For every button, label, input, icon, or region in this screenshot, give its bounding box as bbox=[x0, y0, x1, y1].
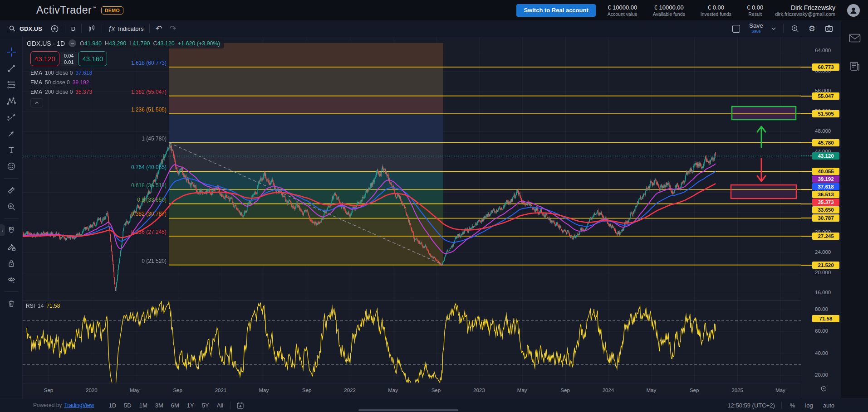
fib-price-badge: 33.650 bbox=[812, 206, 839, 213]
fib-price-badge: 51.505 bbox=[812, 110, 839, 117]
indicator-legend-row[interactable]: EMA200 close 035.373 bbox=[30, 89, 224, 95]
range-3m-button[interactable]: 3M bbox=[152, 401, 166, 410]
avatar[interactable] bbox=[847, 4, 860, 17]
price-tick-label: 20.000 bbox=[815, 270, 831, 276]
tradingview-link[interactable]: TradingView bbox=[64, 402, 94, 408]
range-6m-button[interactable]: 6M bbox=[168, 401, 182, 410]
indicator-legend-row[interactable]: EMA50 close 039.192 bbox=[30, 79, 224, 86]
tool-magnet-icon[interactable] bbox=[4, 223, 19, 238]
buy-button[interactable]: 43.160 bbox=[78, 51, 107, 66]
chart-area: GDX.US · 1D – O41.940 H43.290 L41.790 C4… bbox=[23, 37, 801, 398]
tool-ruler-icon[interactable] bbox=[4, 183, 19, 198]
clock[interactable]: 12:50:59 (UTC+2) bbox=[727, 402, 775, 409]
save-menu-chevron-icon[interactable] bbox=[768, 25, 780, 32]
news-icon[interactable] bbox=[849, 61, 860, 71]
legend-symbol-title[interactable]: GDX.US · 1D bbox=[27, 40, 65, 47]
undo-icon[interactable]: ↶ bbox=[152, 24, 166, 34]
change-value: +1.620 (+3.90%) bbox=[178, 40, 220, 47]
go-to-date-icon[interactable] bbox=[230, 402, 244, 409]
chart-toolbar: GDX.US D ƒx Indicators ↶ ↷ Save Save bbox=[0, 20, 868, 37]
collapse-indicators-icon[interactable] bbox=[30, 98, 43, 107]
horizontal-scrollbar[interactable] bbox=[358, 409, 458, 411]
time-tick-label: May bbox=[775, 388, 785, 393]
account-stat-3: € 0.00Result bbox=[747, 4, 763, 17]
switch-to-real-account-button[interactable]: Switch to Real account bbox=[516, 4, 595, 17]
range-1m-button[interactable]: 1M bbox=[137, 401, 150, 410]
time-tick-label: 2022 bbox=[344, 388, 356, 393]
rsi-legend: RSI 14 71.58 bbox=[26, 303, 60, 309]
current-price-badge: 43.120 bbox=[812, 152, 839, 160]
stat-label: Invested funds bbox=[701, 11, 731, 17]
tool-hide-all-icon[interactable] bbox=[4, 272, 19, 287]
chart-style-icon[interactable] bbox=[83, 22, 100, 35]
tool-drawing-lock-icon[interactable] bbox=[4, 239, 19, 255]
tool-text-tool-icon[interactable] bbox=[4, 142, 19, 158]
scale-auto-button[interactable]: auto bbox=[821, 401, 836, 410]
quick-search-icon[interactable] bbox=[787, 24, 803, 33]
time-tick-label: 2021 bbox=[215, 388, 227, 393]
top-bar-right: Switch to Real account € 10000.00Account… bbox=[516, 4, 868, 17]
range-1d-button[interactable]: 1D bbox=[106, 401, 119, 410]
fib-price-badge: 30.787 bbox=[812, 214, 839, 222]
tool-emoji-icon[interactable] bbox=[4, 159, 19, 174]
range-1y-button[interactable]: 1Y bbox=[184, 401, 197, 410]
indicators-button[interactable]: ƒx Indicators bbox=[104, 22, 147, 35]
fib-level-label[interactable]: 0.236 (27.245) bbox=[94, 229, 167, 235]
toolbar-separator bbox=[4, 178, 19, 179]
time-tick-label: Sep bbox=[560, 388, 569, 393]
time-axis[interactable]: Sep2020MaySep2021MaySep2022MaySep2023May… bbox=[23, 383, 801, 398]
rsi-value-badge: 71.58 bbox=[812, 315, 839, 322]
layout-square-icon[interactable] bbox=[732, 25, 740, 33]
save-button[interactable]: Save Save bbox=[746, 23, 766, 34]
scale-percent-button[interactable]: % bbox=[788, 401, 797, 410]
tool-zoom-in-icon[interactable] bbox=[4, 199, 19, 214]
range-5y-button[interactable]: 5Y bbox=[199, 401, 212, 410]
collapse-legend-icon[interactable]: – bbox=[69, 39, 76, 47]
drawing-toolbar bbox=[0, 37, 23, 398]
indicator-legend-rows: EMA100 close 037.618EMA50 close 039.192E… bbox=[26, 70, 224, 95]
camera-snapshot-icon[interactable] bbox=[821, 24, 837, 33]
range-all-button[interactable]: All bbox=[214, 401, 226, 410]
stat-label: Available funds bbox=[653, 11, 685, 17]
compare-add-icon[interactable] bbox=[46, 22, 63, 35]
tool-fib-lines-icon[interactable] bbox=[4, 77, 19, 92]
fib-level-label[interactable]: 1 (45.780) bbox=[94, 136, 167, 142]
scale-log-button[interactable]: log bbox=[803, 401, 814, 410]
account-stat-0: € 10000.00Account value bbox=[608, 4, 638, 17]
tool-lock-all-icon[interactable] bbox=[4, 256, 19, 271]
tool-trend-line-icon[interactable] bbox=[4, 61, 19, 76]
stat-value: € 0.00 bbox=[701, 4, 731, 11]
fib-price-badge: 36.513 bbox=[812, 191, 839, 198]
fib-level-label[interactable]: 0.764 (40.055) bbox=[94, 164, 167, 170]
fib-level-label[interactable]: 0.382 (30.787) bbox=[94, 211, 167, 217]
indicator-legend-row[interactable]: EMA100 close 037.618 bbox=[30, 70, 224, 76]
time-tick-label: May bbox=[388, 388, 398, 393]
fib-level-label[interactable]: 0.618 (36.513) bbox=[94, 182, 167, 189]
person-icon bbox=[849, 6, 858, 15]
tool-arrow-marker-icon[interactable] bbox=[4, 126, 19, 141]
activtrader-app: ActivTrader™ DEMO Switch to Real account… bbox=[0, 0, 868, 412]
tool-trash-icon[interactable] bbox=[4, 296, 19, 311]
symbol-search-button[interactable]: GDX.US bbox=[5, 22, 46, 35]
search-icon bbox=[9, 25, 16, 33]
fib-level-label[interactable]: 1.236 (51.505) bbox=[94, 107, 167, 113]
email-icon[interactable] bbox=[849, 33, 861, 43]
demo-badge: DEMO bbox=[101, 6, 124, 15]
tool-xabcd-pattern-icon[interactable] bbox=[4, 93, 19, 109]
rsi-tick-label: 40.00 bbox=[815, 350, 828, 357]
settings-gear-icon[interactable]: ⚙ bbox=[805, 24, 819, 34]
fib-level-label[interactable]: 0 (21.520) bbox=[94, 258, 167, 264]
price-line-connector bbox=[801, 67, 812, 68]
axis-settings-icon[interactable] bbox=[820, 385, 827, 392]
price-axis[interactable]: 64.00060.00056.00052.00048.00044.00040.0… bbox=[801, 37, 841, 398]
tool-crosshair-icon[interactable] bbox=[4, 44, 19, 60]
fib-level-label[interactable]: 0.5 (33.650) bbox=[94, 197, 167, 203]
tool-forecast-icon[interactable] bbox=[4, 110, 19, 125]
interval-button[interactable]: D bbox=[67, 22, 79, 35]
stat-value: € 10000.00 bbox=[608, 4, 638, 11]
expand-drawer-handle[interactable]: › bbox=[0, 224, 5, 236]
price-line-connector bbox=[801, 236, 812, 237]
range-5d-button[interactable]: 5D bbox=[121, 401, 134, 410]
redo-icon[interactable]: ↷ bbox=[166, 24, 180, 34]
sell-button[interactable]: 43.120 bbox=[30, 51, 59, 66]
